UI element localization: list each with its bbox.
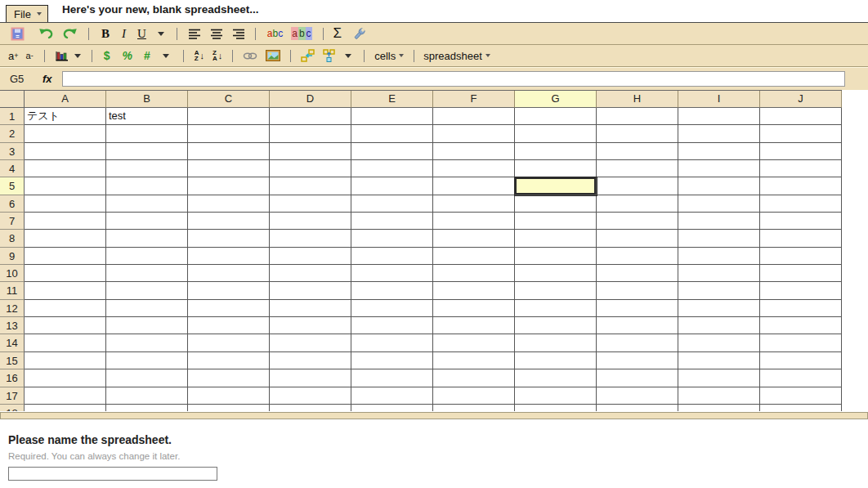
cell-B5[interactable]	[106, 177, 188, 195]
cell-I4[interactable]	[678, 160, 760, 177]
align-center-button[interactable]	[210, 23, 223, 44]
undo-button[interactable]	[38, 23, 54, 44]
cell-C18[interactable]	[188, 405, 270, 411]
cell-A16[interactable]	[25, 369, 106, 387]
text-color-button[interactable]: abc	[267, 23, 283, 44]
cell-H16[interactable]	[597, 369, 678, 387]
cell-E18[interactable]	[351, 405, 433, 411]
cell-B9[interactable]	[106, 248, 188, 265]
cell-B8[interactable]	[106, 230, 188, 247]
cell-G13[interactable]	[515, 317, 597, 334]
cell-G17[interactable]	[515, 387, 597, 405]
cell-F8[interactable]	[433, 230, 515, 247]
cell-G1[interactable]	[515, 108, 597, 125]
cell-E9[interactable]	[351, 248, 433, 265]
cell-F10[interactable]	[433, 265, 515, 282]
cell-D16[interactable]	[270, 369, 351, 387]
cell-B6[interactable]	[106, 195, 188, 213]
row-header-6[interactable]: 6	[0, 195, 25, 213]
number-format-button[interactable]: #	[144, 45, 150, 66]
cell-H1[interactable]	[597, 108, 678, 125]
cell-J13[interactable]	[760, 317, 842, 334]
cell-I1[interactable]	[678, 108, 760, 125]
cell-B12[interactable]	[106, 300, 188, 317]
cell-C9[interactable]	[188, 248, 270, 265]
cell-B7[interactable]	[106, 213, 188, 230]
cell-C17[interactable]	[188, 387, 270, 405]
cell-F2[interactable]	[433, 125, 515, 142]
formula-input[interactable]	[62, 71, 845, 87]
row-header-12[interactable]: 12	[0, 300, 25, 317]
cell-A15[interactable]	[25, 352, 106, 369]
cell-H15[interactable]	[597, 352, 678, 369]
cell-H6[interactable]	[597, 195, 678, 213]
align-left-button[interactable]	[188, 23, 201, 44]
cell-C10[interactable]	[188, 265, 270, 282]
cell-I8[interactable]	[678, 230, 760, 247]
insert-image-button[interactable]	[266, 45, 280, 66]
cell-A9[interactable]	[25, 248, 106, 265]
cell-G3[interactable]	[515, 143, 597, 160]
cell-B4[interactable]	[106, 160, 188, 177]
cell-D10[interactable]	[270, 265, 351, 282]
cell-H2[interactable]	[597, 125, 678, 142]
cell-F12[interactable]	[433, 300, 515, 317]
cell-I7[interactable]	[678, 213, 760, 230]
cell-H11[interactable]	[597, 282, 678, 299]
cell-I14[interactable]	[678, 334, 760, 351]
cell-E14[interactable]	[351, 334, 433, 351]
cell-D14[interactable]	[270, 334, 351, 351]
cell-F13[interactable]	[433, 317, 515, 334]
cell-J16[interactable]	[760, 369, 842, 387]
sort-descending-button[interactable]: ZA ↓	[213, 45, 222, 66]
column-header-H[interactable]: H	[597, 91, 678, 108]
cell-J15[interactable]	[760, 352, 842, 369]
cell-E5[interactable]	[351, 177, 433, 195]
cell-E12[interactable]	[351, 300, 433, 317]
insert-link-button[interactable]	[243, 45, 257, 66]
row-header-14[interactable]: 14	[0, 334, 25, 351]
cell-E6[interactable]	[351, 195, 433, 213]
cell-C8[interactable]	[188, 230, 270, 247]
cell-C15[interactable]	[188, 352, 270, 369]
cell-I3[interactable]	[678, 143, 760, 160]
cell-A6[interactable]	[25, 195, 106, 213]
currency-format-button[interactable]: $	[104, 45, 110, 66]
cell-J17[interactable]	[760, 387, 842, 405]
cell-F14[interactable]	[433, 334, 515, 351]
cell-D11[interactable]	[270, 282, 351, 299]
cell-F16[interactable]	[433, 369, 515, 387]
cell-C1[interactable]	[188, 108, 270, 125]
cell-E11[interactable]	[351, 282, 433, 299]
cell-B11[interactable]	[106, 282, 188, 299]
row-header-17[interactable]: 17	[0, 387, 25, 405]
cell-D17[interactable]	[270, 387, 351, 405]
cell-G6[interactable]	[515, 195, 597, 213]
row-header-8[interactable]: 8	[0, 230, 25, 247]
cell-G14[interactable]	[515, 334, 597, 351]
row-header-9[interactable]: 9	[0, 248, 25, 265]
cell-F7[interactable]	[433, 213, 515, 230]
column-header-G[interactable]: G	[515, 91, 597, 108]
cell-F17[interactable]	[433, 387, 515, 405]
cell-H12[interactable]	[597, 300, 678, 317]
column-header-D[interactable]: D	[270, 91, 351, 108]
cell-D5[interactable]	[270, 177, 351, 195]
cell-D15[interactable]	[270, 352, 351, 369]
cell-H17[interactable]	[597, 387, 678, 405]
format-dropdown[interactable]	[163, 45, 169, 66]
cell-D9[interactable]	[270, 248, 351, 265]
cell-G12[interactable]	[515, 300, 597, 317]
cell-G7[interactable]	[515, 213, 597, 230]
chart-dropdown[interactable]	[74, 45, 81, 66]
cell-G16[interactable]	[515, 369, 597, 387]
cell-I5[interactable]	[678, 177, 760, 195]
cell-B10[interactable]	[106, 265, 188, 282]
cell-B2[interactable]	[106, 125, 188, 142]
cell-G9[interactable]	[515, 248, 597, 265]
cell-G4[interactable]	[515, 160, 597, 177]
cell-I6[interactable]	[678, 195, 760, 213]
cell-J7[interactable]	[760, 213, 842, 230]
column-header-E[interactable]: E	[351, 91, 433, 108]
cell-F15[interactable]	[433, 352, 515, 369]
